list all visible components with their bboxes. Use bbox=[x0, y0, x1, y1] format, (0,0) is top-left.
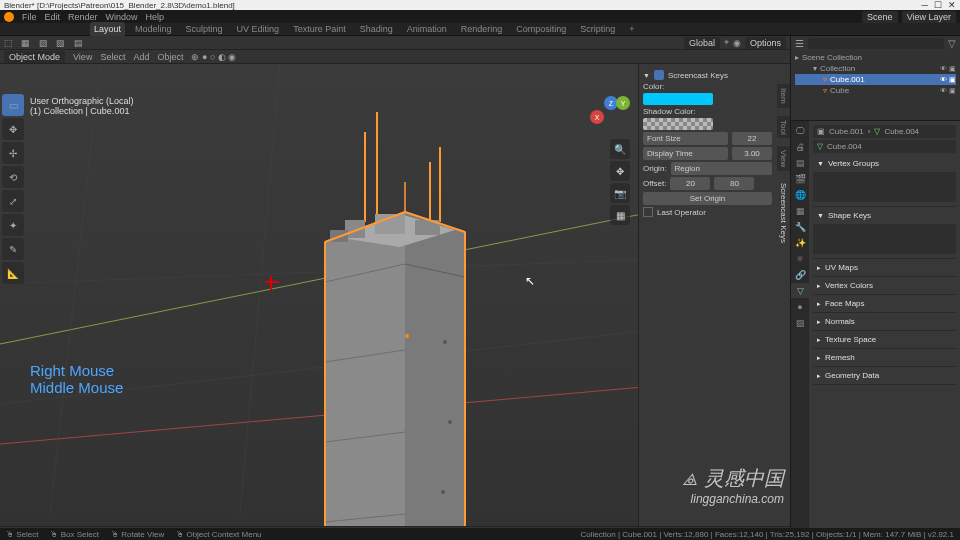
snap-icon[interactable]: ⌖ bbox=[724, 37, 729, 48]
proportional-icon[interactable]: ◉ bbox=[733, 38, 741, 48]
proptab-output[interactable]: 🖨 bbox=[791, 139, 809, 154]
select-menu[interactable]: Select bbox=[100, 52, 125, 62]
menu-render[interactable]: Render bbox=[68, 12, 98, 22]
tab-layout[interactable]: Layout bbox=[90, 22, 125, 36]
proptab-particle[interactable]: ✨ bbox=[791, 235, 809, 250]
editor-type-icon[interactable]: ⬚ bbox=[4, 38, 13, 48]
section-face-maps[interactable]: ▸Face Maps bbox=[813, 297, 956, 310]
offset-y-field[interactable]: 80 bbox=[714, 177, 754, 190]
tree-scene-collection[interactable]: ▸ Scene Collection bbox=[795, 52, 956, 63]
section-remesh[interactable]: ▸Remesh bbox=[813, 351, 956, 364]
offset-x-field[interactable]: 20 bbox=[670, 177, 710, 190]
mode-dropdown[interactable]: Object Mode bbox=[4, 51, 65, 63]
shadow-color-swatch[interactable] bbox=[643, 118, 713, 130]
tab-compositing[interactable]: Compositing bbox=[512, 22, 570, 36]
axis-y-icon[interactable]: Y bbox=[616, 96, 630, 110]
section-vertex-groups[interactable]: ▼Vertex Groups bbox=[813, 157, 956, 170]
menu-file[interactable]: File bbox=[22, 12, 37, 22]
tool-select-box[interactable]: ▭ bbox=[2, 94, 24, 116]
ntab-item[interactable]: Item bbox=[777, 84, 790, 108]
outliner-search[interactable] bbox=[808, 38, 944, 49]
axis-x-icon[interactable]: X bbox=[590, 110, 604, 124]
section-shape-keys[interactable]: ▼Shape Keys bbox=[813, 209, 956, 222]
section-vertex-colors[interactable]: ▸Vertex Colors bbox=[813, 279, 956, 292]
ntab-screencast[interactable]: Screencast Keys bbox=[777, 179, 790, 247]
tab-add-icon[interactable]: + bbox=[625, 22, 638, 36]
tool-move[interactable]: ✢ bbox=[2, 142, 24, 164]
proptab-scene[interactable]: 🎬 bbox=[791, 171, 809, 186]
tool-transform[interactable]: ✦ bbox=[2, 214, 24, 236]
scene-selector[interactable]: Scene bbox=[862, 11, 898, 23]
screencast-title: Screencast Keys bbox=[668, 71, 728, 80]
ntab-view[interactable]: View bbox=[777, 146, 790, 171]
tree-cube001[interactable]: ▿ Cube.001👁 ▣ bbox=[795, 74, 956, 85]
proptab-world[interactable]: 🌐 bbox=[791, 187, 809, 202]
proptab-mesh[interactable]: ▽ bbox=[791, 283, 809, 298]
screencast-checkbox[interactable] bbox=[654, 70, 664, 80]
viewport-3d[interactable]: ↖ ▭ ✥ ✢ ⟲ ⤢ ✦ ✎ 📐 User Orthographic (Loc… bbox=[0, 64, 790, 526]
orientation-dropdown[interactable]: Global bbox=[684, 37, 720, 49]
shading-render-icon[interactable]: ◉ bbox=[228, 52, 236, 62]
font-size-field[interactable]: Font Size bbox=[643, 132, 728, 145]
options-dropdown[interactable]: Options bbox=[745, 37, 786, 49]
display-time-field[interactable]: Display Time bbox=[643, 147, 728, 160]
viewlayer-selector[interactable]: View Layer bbox=[902, 11, 956, 23]
proptab-modifier[interactable]: 🔧 bbox=[791, 219, 809, 234]
viewport-info-overlay: User Orthographic (Local) (1) Collection… bbox=[30, 96, 134, 116]
object-menu[interactable]: Object bbox=[157, 52, 183, 62]
origin-dropdown[interactable]: Region bbox=[671, 162, 772, 175]
nav-gizmo[interactable]: Z Y X bbox=[590, 96, 630, 136]
section-geometry-data[interactable]: ▸Geometry Data bbox=[813, 369, 956, 382]
persp-icon[interactable]: ▦ bbox=[610, 205, 630, 225]
set-origin-button[interactable]: Set Origin bbox=[643, 192, 772, 205]
minimize-icon[interactable]: ─ bbox=[922, 0, 928, 10]
shading-wire-icon[interactable]: ○ bbox=[210, 52, 215, 62]
menu-edit[interactable]: Edit bbox=[45, 12, 61, 22]
tab-animation[interactable]: Animation bbox=[403, 22, 451, 36]
view-menu[interactable]: View bbox=[73, 52, 92, 62]
tool-measure[interactable]: 📐 bbox=[2, 262, 24, 284]
proptab-viewlayer[interactable]: ▤ bbox=[791, 155, 809, 170]
proptab-material[interactable]: ● bbox=[791, 299, 809, 314]
mesh-name-field[interactable]: ▽Cube.004 bbox=[813, 140, 956, 153]
tool-rotate[interactable]: ⟲ bbox=[2, 166, 24, 188]
proptab-physics[interactable]: ⚛ bbox=[791, 251, 809, 266]
filter-icon[interactable]: ▽ bbox=[948, 38, 956, 49]
section-normals[interactable]: ▸Normals bbox=[813, 315, 956, 328]
add-menu[interactable]: Add bbox=[133, 52, 149, 62]
right-panel: ☰ ▽ ▸ Scene Collection ▾ Collection👁 ▣ ▿… bbox=[790, 36, 960, 540]
last-op-checkbox[interactable] bbox=[643, 207, 653, 217]
outliner-type-icon[interactable]: ☰ bbox=[795, 38, 804, 49]
tab-uv[interactable]: UV Editing bbox=[233, 22, 284, 36]
menu-window[interactable]: Window bbox=[106, 12, 138, 22]
pan-icon[interactable]: ✥ bbox=[610, 161, 630, 181]
camera-icon[interactable]: 📷 bbox=[610, 183, 630, 203]
overlay-icon[interactable]: ⊕ bbox=[191, 52, 199, 62]
color-swatch[interactable] bbox=[643, 93, 713, 105]
tool-annotate[interactable]: ✎ bbox=[2, 238, 24, 260]
section-texture-space[interactable]: ▸Texture Space bbox=[813, 333, 956, 346]
proptab-object[interactable]: ▦ bbox=[791, 203, 809, 218]
tool-cursor[interactable]: ✥ bbox=[2, 118, 24, 140]
tab-sculpting[interactable]: Sculpting bbox=[182, 22, 227, 36]
tool-scale[interactable]: ⤢ bbox=[2, 190, 24, 212]
ntab-tool[interactable]: Tool bbox=[777, 116, 790, 139]
toolbar-icons[interactable]: ▦ ▨ ▧ ▤ bbox=[21, 38, 86, 48]
close-icon[interactable]: ✕ bbox=[948, 0, 956, 10]
proptab-constraint[interactable]: 🔗 bbox=[791, 267, 809, 282]
tab-scripting[interactable]: Scripting bbox=[576, 22, 619, 36]
tree-collection[interactable]: ▾ Collection👁 ▣ bbox=[795, 63, 956, 74]
tab-shading[interactable]: Shading bbox=[356, 22, 397, 36]
proptab-texture[interactable]: ▨ bbox=[791, 315, 809, 330]
maximize-icon[interactable]: ☐ bbox=[934, 0, 942, 10]
tab-texpaint[interactable]: Texture Paint bbox=[289, 22, 350, 36]
zoom-icon[interactable]: 🔍 bbox=[610, 139, 630, 159]
tree-cube[interactable]: ▿ Cube👁 ▣ bbox=[795, 85, 956, 96]
proptab-render[interactable]: 🖵 bbox=[791, 123, 809, 138]
shading-solid-icon[interactable]: ● bbox=[202, 52, 207, 62]
shading-lookdev-icon[interactable]: ◐ bbox=[218, 52, 226, 62]
menu-help[interactable]: Help bbox=[146, 12, 165, 22]
tab-modeling[interactable]: Modeling bbox=[131, 22, 176, 36]
section-uv-maps[interactable]: ▸UV Maps bbox=[813, 261, 956, 274]
tab-rendering[interactable]: Rendering bbox=[457, 22, 507, 36]
